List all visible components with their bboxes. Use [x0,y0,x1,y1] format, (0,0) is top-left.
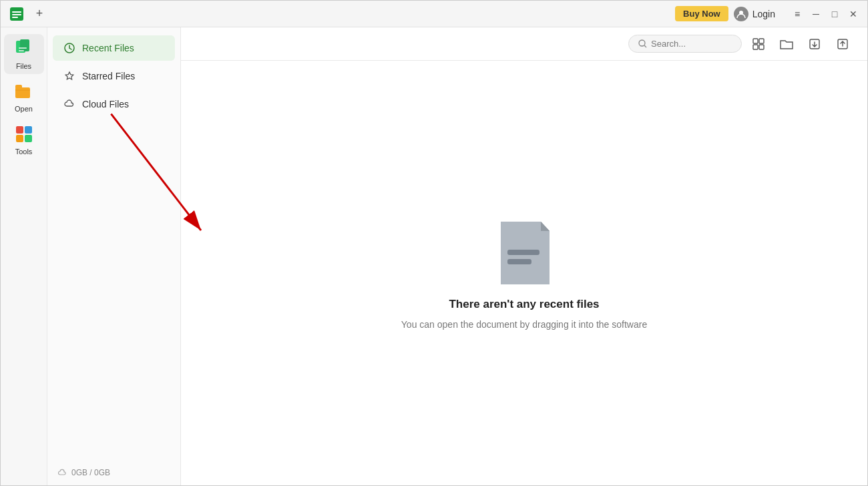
nav-item-starred[interactable]: Starred Files [53,63,175,89]
storage-info: 0GB / 0GB [47,460,180,485]
import-icon [809,38,821,50]
cloud-files-label: Cloud Files [82,99,129,109]
view-toggle-button[interactable] [747,33,770,55]
nav-sidebar: Recent Files Starred Files Cloud Fil [47,27,181,485]
svg-point-18 [639,40,645,46]
svg-rect-9 [19,47,27,49]
open-icon [13,81,35,102]
svg-rect-15 [16,135,23,142]
icon-sidebar: Files Open Tools [1,27,47,485]
export-button[interactable] [831,33,854,55]
svg-rect-8 [20,39,29,51]
folder-icon [780,38,793,50]
search-icon [638,39,647,48]
svg-rect-23 [759,45,764,49]
nav-item-recent[interactable]: Recent Files [53,35,175,61]
svg-rect-13 [16,126,23,134]
svg-rect-16 [25,135,32,142]
folder-button[interactable] [775,33,798,55]
login-label: Login [752,9,775,19]
user-avatar-icon [734,7,748,21]
buy-now-button[interactable]: Buy Now [675,6,728,21]
title-bar: + Buy Now Login ≡ ─ □ ✕ [1,1,867,27]
svg-rect-11 [15,87,30,98]
title-bar-left: + [9,6,47,22]
svg-rect-21 [759,39,764,43]
sidebar-item-open[interactable]: Open [4,77,44,117]
empty-state: There aren't any recent files You can op… [401,216,647,330]
window-controls: ≡ ─ □ ✕ [791,8,859,20]
title-bar-right: Buy Now Login ≡ ─ □ ✕ [675,6,859,21]
svg-rect-27 [507,259,531,264]
svg-rect-2 [12,14,21,15]
app-logo-icon [9,6,25,22]
tools-icon [13,124,35,145]
empty-subtitle: You can open the document by dragging it… [401,319,647,330]
close-button[interactable]: ✕ [847,8,859,20]
svg-rect-12 [15,85,22,89]
clock-icon [63,42,75,54]
nav-item-cloud[interactable]: Cloud Files [53,91,175,117]
minimize-button[interactable]: ─ [810,8,822,20]
cloud-icon [63,98,75,110]
svg-rect-26 [507,250,539,255]
files-label: Files [16,62,31,70]
recent-files-label: Recent Files [82,43,134,53]
empty-title: There aren't any recent files [449,298,599,311]
star-icon [63,70,75,82]
add-tab-button[interactable]: + [31,6,47,22]
files-icon [13,38,35,59]
maximize-button[interactable]: □ [829,8,841,20]
content-main: There aren't any recent files You can op… [181,61,867,485]
export-icon [837,38,849,50]
svg-rect-22 [753,45,758,49]
search-box[interactable] [628,35,742,53]
grid-view-icon [752,38,765,50]
content-toolbar [181,27,867,61]
svg-rect-10 [19,50,24,51]
starred-files-label: Starred Files [82,71,135,81]
login-area[interactable]: Login [734,7,775,21]
svg-line-19 [644,45,646,47]
svg-rect-20 [753,39,758,43]
svg-rect-14 [25,126,32,134]
cloud-storage-icon [58,468,67,477]
open-label: Open [15,105,33,113]
sidebar-item-files[interactable]: Files [4,34,44,74]
import-button[interactable] [803,33,826,55]
empty-file-illustration [491,216,558,290]
tools-label: Tools [15,148,33,156]
app-container: Files Open Tools [1,27,867,485]
svg-rect-3 [12,17,18,18]
svg-rect-1 [12,11,21,13]
sidebar-item-tools[interactable]: Tools [4,119,44,160]
storage-label: 0GB / 0GB [71,468,110,477]
menu-button[interactable]: ≡ [791,8,803,20]
content-area: There aren't any recent files You can op… [181,27,867,485]
search-input[interactable] [651,39,731,49]
